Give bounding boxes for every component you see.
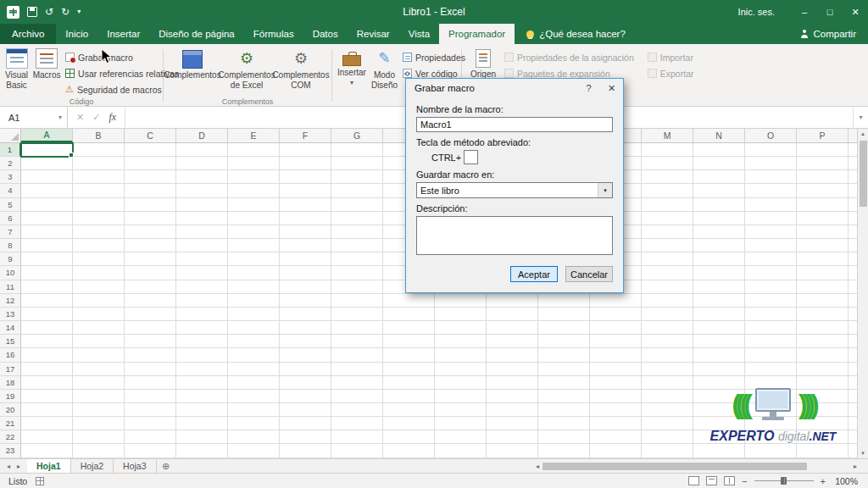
sign-in-button[interactable]: Inic. ses. <box>738 7 775 17</box>
cell-E8[interactable] <box>228 239 280 252</box>
cell-O13[interactable] <box>745 308 797 321</box>
cell-I23[interactable] <box>435 444 487 458</box>
cell-A23[interactable] <box>21 444 73 458</box>
cell-I21[interactable] <box>435 417 487 430</box>
cell-P21[interactable] <box>797 417 849 430</box>
cell-E22[interactable] <box>228 430 280 444</box>
cell-K15[interactable] <box>538 335 590 348</box>
cell-N14[interactable] <box>693 321 745 335</box>
row-header-15[interactable]: 15 <box>0 335 21 348</box>
cell-F3[interactable] <box>280 170 331 184</box>
row-header-18[interactable]: 18 <box>0 376 21 390</box>
cell-C14[interactable] <box>125 321 176 335</box>
cell-E4[interactable] <box>228 184 280 197</box>
cell-A12[interactable] <box>21 294 73 308</box>
cell-A9[interactable] <box>21 252 73 266</box>
tell-me-box[interactable]: ¿Qué desea hacer? <box>518 24 634 44</box>
complementos-button[interactable]: Complementos <box>166 46 219 80</box>
cell-N10[interactable] <box>693 266 745 280</box>
cell-L16[interactable] <box>590 348 642 362</box>
cell-E16[interactable] <box>228 348 280 362</box>
cell-M16[interactable] <box>642 348 693 362</box>
row-header-12[interactable]: 12 <box>0 294 21 308</box>
cell-L22[interactable] <box>590 430 642 444</box>
cell-H15[interactable] <box>383 335 435 348</box>
cell-N4[interactable] <box>693 184 745 197</box>
cell-G12[interactable] <box>331 294 383 308</box>
previous-sheet-icon[interactable]: ◂ <box>7 463 10 470</box>
row-header-23[interactable]: 23 <box>0 444 21 458</box>
column-header-N[interactable]: N <box>693 129 745 142</box>
cell-C6[interactable] <box>125 212 176 225</box>
insert-function-icon[interactable]: fx <box>108 111 116 124</box>
cell-G9[interactable] <box>331 252 383 266</box>
restore-button[interactable]: □ <box>817 0 843 24</box>
cell-I13[interactable] <box>435 308 487 321</box>
cell-M4[interactable] <box>642 184 693 197</box>
dialog-close-icon[interactable]: ✕ <box>600 79 623 97</box>
cell-K12[interactable] <box>538 294 590 308</box>
cell-G16[interactable] <box>331 348 383 362</box>
cell-O15[interactable] <box>745 335 797 348</box>
cell-P15[interactable] <box>797 335 849 348</box>
cell-N22[interactable] <box>693 430 745 444</box>
cell-P16[interactable] <box>797 348 849 362</box>
cell-D19[interactable] <box>176 390 228 403</box>
row-header-3[interactable]: 3 <box>0 170 21 184</box>
cell-J20[interactable] <box>487 403 538 417</box>
cell-M3[interactable] <box>642 170 693 184</box>
cell-F14[interactable] <box>280 321 331 335</box>
cell-D3[interactable] <box>176 170 228 184</box>
cell-K23[interactable] <box>538 444 590 458</box>
zoom-out-icon[interactable]: − <box>742 476 747 486</box>
horizontal-scroll-track[interactable] <box>542 462 850 471</box>
horizontal-scroll-thumb[interactable] <box>542 463 807 470</box>
properties-button[interactable]: Propiedades <box>400 49 468 65</box>
cell-O6[interactable] <box>745 212 797 225</box>
close-button[interactable]: ✕ <box>843 0 868 24</box>
cell-M11[interactable] <box>642 280 693 294</box>
cell-D15[interactable] <box>176 335 228 348</box>
cell-H20[interactable] <box>383 403 435 417</box>
macro-name-input[interactable]: Macro1 <box>416 117 613 132</box>
cell-D9[interactable] <box>176 252 228 266</box>
cell-B19[interactable] <box>73 390 125 403</box>
cell-B10[interactable] <box>73 266 125 280</box>
column-header-M[interactable]: M <box>642 129 693 142</box>
cell-D22[interactable] <box>176 430 228 444</box>
cell-D18[interactable] <box>176 376 228 390</box>
cell-M6[interactable] <box>642 212 693 225</box>
cell-D16[interactable] <box>176 348 228 362</box>
cell-O7[interactable] <box>745 225 797 239</box>
cell-G6[interactable] <box>331 212 383 225</box>
row-header-22[interactable]: 22 <box>0 430 21 444</box>
cell-E18[interactable] <box>228 376 280 390</box>
cell-D4[interactable] <box>176 184 228 197</box>
cell-F18[interactable] <box>280 376 331 390</box>
cell-F20[interactable] <box>280 403 331 417</box>
cell-F11[interactable] <box>280 280 331 294</box>
zoom-slider-handle[interactable] <box>781 477 787 485</box>
cell-P7[interactable] <box>797 225 849 239</box>
cell-H22[interactable] <box>383 430 435 444</box>
tab-datos[interactable]: Datos <box>303 24 348 44</box>
store-macro-in-select[interactable]: Este libro ▾ <box>416 182 613 198</box>
cell-B5[interactable] <box>73 198 125 212</box>
column-header-E[interactable]: E <box>228 129 280 142</box>
cell-F4[interactable] <box>280 184 331 197</box>
cell-P19[interactable] <box>797 390 849 403</box>
cell-F13[interactable] <box>280 308 331 321</box>
cell-B7[interactable] <box>73 225 125 239</box>
visual-basic-button[interactable]: Visual Basic <box>3 46 31 90</box>
cell-F9[interactable] <box>280 252 331 266</box>
cell-H18[interactable] <box>383 376 435 390</box>
cell-C20[interactable] <box>125 403 176 417</box>
cell-D11[interactable] <box>176 280 228 294</box>
row-header-5[interactable]: 5 <box>0 198 21 212</box>
cell-F23[interactable] <box>280 444 331 458</box>
cell-H23[interactable] <box>383 444 435 458</box>
cell-D23[interactable] <box>176 444 228 458</box>
cell-C17[interactable] <box>125 363 176 376</box>
scroll-left-icon[interactable]: ◂ <box>536 463 539 470</box>
cell-P11[interactable] <box>797 280 849 294</box>
